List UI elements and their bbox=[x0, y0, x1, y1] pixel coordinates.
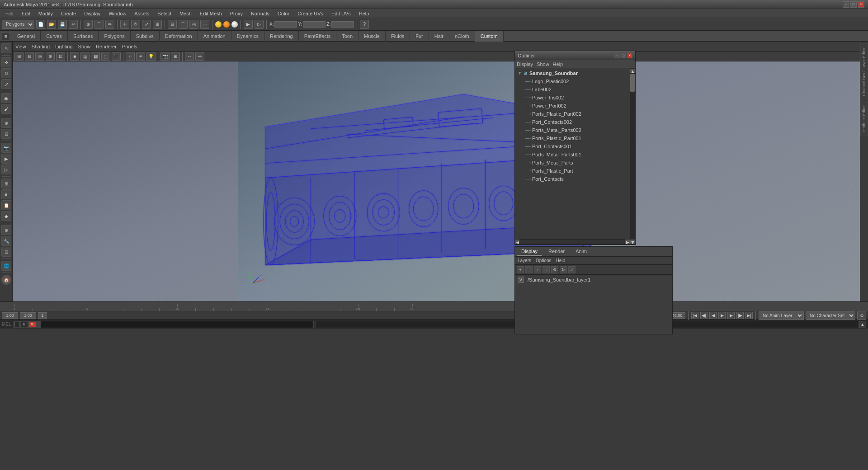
shelf-tab-surfaces[interactable]: Surfaces bbox=[68, 31, 99, 42]
menu-assets[interactable]: Assets bbox=[131, 10, 153, 17]
pb-prev-frame[interactable]: ◀ bbox=[709, 312, 717, 319]
mel-input[interactable] bbox=[40, 321, 314, 328]
misc-icon[interactable]: ⊡ bbox=[1, 247, 11, 257]
quality-low-ball[interactable] bbox=[231, 21, 238, 28]
lt-delete-icon[interactable]: – bbox=[525, 266, 533, 273]
snap-surface-icon[interactable]: ⋯ bbox=[200, 20, 209, 29]
lt-refresh-icon[interactable]: ↻ bbox=[560, 266, 567, 273]
ol-item-ports-metal002[interactable]: —◦ Ports_Metal_Parts002 bbox=[516, 126, 634, 134]
ol-item-labe002[interactable]: —◦ Labe002 bbox=[516, 85, 634, 94]
vp-tb-icon1[interactable]: ⊞ bbox=[14, 52, 24, 61]
vp-tb-cam1[interactable]: 📷 bbox=[160, 52, 170, 61]
shelf-tab-polygons[interactable]: Polygons bbox=[99, 31, 130, 42]
shelf-tab-ncloth[interactable]: nCloth bbox=[449, 31, 475, 42]
ol-item-power-ins002[interactable]: —◦ Power_Ins002 bbox=[516, 94, 634, 102]
ol-item-ports-metal[interactable]: —◦ Ports_Metal_Parts bbox=[516, 159, 634, 167]
menu-color[interactable]: Color bbox=[274, 10, 293, 17]
layer-vis-btn[interactable]: V bbox=[518, 277, 524, 283]
shelf-tab-custom[interactable]: Custom bbox=[475, 31, 504, 42]
show-manip-icon[interactable]: ⊕ bbox=[1, 118, 11, 128]
coord-y-input[interactable] bbox=[303, 21, 326, 28]
menu-create[interactable]: Create bbox=[57, 10, 80, 17]
ol-item-samsung-soundbar[interactable]: ▼ ⊞ Samsung_Soundbar bbox=[516, 69, 634, 77]
layer-icon[interactable]: 📋 bbox=[1, 200, 11, 210]
home-icon[interactable]: 🏠 bbox=[1, 275, 11, 285]
layer-tab-render[interactable]: Render bbox=[544, 248, 569, 256]
outliner-content[interactable]: ▼ ⊞ Samsung_Soundbar —◦ Logo_Plastic002 … bbox=[515, 68, 635, 244]
tl-options-icon[interactable]: ⚙ bbox=[857, 311, 866, 320]
vp-tb-shading3[interactable]: ▦ bbox=[91, 52, 100, 61]
close-button[interactable]: ✕ bbox=[858, 1, 864, 8]
menu-display[interactable]: Display bbox=[80, 10, 104, 17]
tl-frame-val[interactable] bbox=[38, 312, 47, 319]
vp-tb-icon4[interactable]: ⊕ bbox=[46, 52, 55, 61]
shelf-options-icon[interactable]: ≡ bbox=[2, 32, 10, 40]
mode-select[interactable]: Polygons bbox=[2, 20, 34, 29]
menu-modify[interactable]: Modify bbox=[35, 10, 57, 17]
pb-go-end[interactable]: ▶| bbox=[745, 312, 753, 319]
scale-tool-icon[interactable]: ⤢ bbox=[1, 79, 11, 89]
vp-tb-icon5[interactable]: ⊡ bbox=[56, 52, 65, 61]
anim-layer-select[interactable]: No Anim Layer bbox=[759, 311, 804, 320]
shelf-tab-subdivs[interactable]: Subdivs bbox=[131, 31, 160, 42]
pb-go-start[interactable]: |◀ bbox=[691, 312, 698, 319]
hscroll-right-btn[interactable]: ► bbox=[625, 240, 630, 244]
ol-item-ports-metal001[interactable]: —◦ Ports_Metal_Parts001 bbox=[516, 150, 634, 159]
lasso-icon[interactable]: ⌒ bbox=[94, 20, 104, 29]
menu-select[interactable]: Select bbox=[154, 10, 175, 17]
help-line-icon[interactable]: ? bbox=[360, 20, 369, 29]
vp-tb-shading2[interactable]: ▤ bbox=[80, 52, 90, 61]
attribute-editor-tab[interactable]: Attribute Editor bbox=[860, 101, 868, 136]
timeline-ruler[interactable]: 1 5 10 15 20 22 bbox=[0, 302, 868, 311]
menu-edit-mesh[interactable]: Edit Mesh bbox=[196, 10, 226, 17]
quality-high-ball[interactable] bbox=[215, 21, 222, 28]
vp-menu-show[interactable]: Show bbox=[78, 44, 91, 49]
minimize-button[interactable]: – bbox=[843, 1, 849, 8]
character-set-select[interactable]: No Character Set bbox=[806, 311, 855, 320]
vp-tb-icon2[interactable]: ⊟ bbox=[25, 52, 34, 61]
pb-next-key[interactable]: |▶ bbox=[736, 312, 744, 319]
shelf-tab-animation[interactable]: Animation bbox=[198, 31, 231, 42]
shelf-tab-hair[interactable]: Hair bbox=[429, 31, 449, 42]
shelf-tab-fur[interactable]: Fur bbox=[410, 31, 429, 42]
ol-item-port-contacts[interactable]: —◦ Port_Contacts bbox=[516, 175, 634, 183]
menu-edit[interactable]: Edit bbox=[18, 10, 34, 17]
lt-options-icon[interactable]: ⚙ bbox=[551, 266, 558, 273]
lt-expand-icon[interactable]: ⤢ bbox=[568, 266, 576, 273]
outliner-max-btn[interactable]: □ bbox=[621, 53, 626, 58]
vp-tb-light3[interactable]: 💡 bbox=[146, 52, 156, 61]
ol-item-ports-plastic[interactable]: —◦ Ports_Plastic_Part bbox=[516, 167, 634, 175]
shelf-tab-fluids[interactable]: Fluids bbox=[386, 31, 410, 42]
lm-options[interactable]: Options bbox=[536, 258, 551, 263]
tl-current-frame[interactable] bbox=[2, 312, 18, 319]
shelf-tab-painteffects[interactable]: PaintEffects bbox=[299, 31, 337, 42]
shelf-tab-toon[interactable]: Toon bbox=[336, 31, 359, 42]
menu-file[interactable]: File bbox=[2, 10, 17, 17]
vp-tb-misc1[interactable]: ↔ bbox=[185, 52, 194, 61]
coord-x-input[interactable] bbox=[274, 21, 297, 28]
vp-menu-renderer[interactable]: Renderer bbox=[96, 44, 117, 49]
scroll-up-btn[interactable]: ▲ bbox=[630, 69, 635, 73]
vp-menu-shading[interactable]: Shading bbox=[32, 44, 50, 49]
menu-proxy[interactable]: Proxy bbox=[226, 10, 246, 17]
vp-tb-light2[interactable]: ☀ bbox=[136, 52, 145, 61]
lm-layers[interactable]: Layers bbox=[518, 258, 531, 263]
select-mode-icon[interactable]: ↖ bbox=[1, 43, 11, 53]
anim-icon[interactable]: ◆ bbox=[1, 211, 11, 221]
cmd-btn2[interactable]: ⊟ bbox=[21, 322, 28, 327]
ol-item-port-contacts001[interactable]: —◦ Port_Contacts001 bbox=[516, 142, 634, 150]
shelf-tab-dynamics[interactable]: Dynamics bbox=[231, 31, 264, 42]
display-icon[interactable]: ⊞ bbox=[1, 179, 11, 188]
universe-icon[interactable]: 🌐 bbox=[1, 261, 11, 271]
paint-icon[interactable]: ✏ bbox=[105, 20, 114, 29]
scroll-down-btn[interactable]: ▼ bbox=[630, 240, 635, 244]
paint-weights-icon[interactable]: 🖌 bbox=[1, 104, 11, 114]
vp-tb-icon3[interactable]: ◎ bbox=[35, 52, 44, 61]
tl-start-frame[interactable] bbox=[20, 312, 36, 319]
save-icon[interactable]: 💾 bbox=[58, 20, 67, 29]
ol-item-ports-plastic001[interactable]: —◦ Ports_Plastic_Part001 bbox=[516, 134, 634, 142]
layer-tab-display[interactable]: Display bbox=[517, 248, 542, 256]
menu-help[interactable]: Help bbox=[355, 10, 373, 17]
ipr-icon[interactable]: ▷ bbox=[1, 164, 11, 174]
pb-play[interactable]: ▶ bbox=[718, 312, 726, 319]
